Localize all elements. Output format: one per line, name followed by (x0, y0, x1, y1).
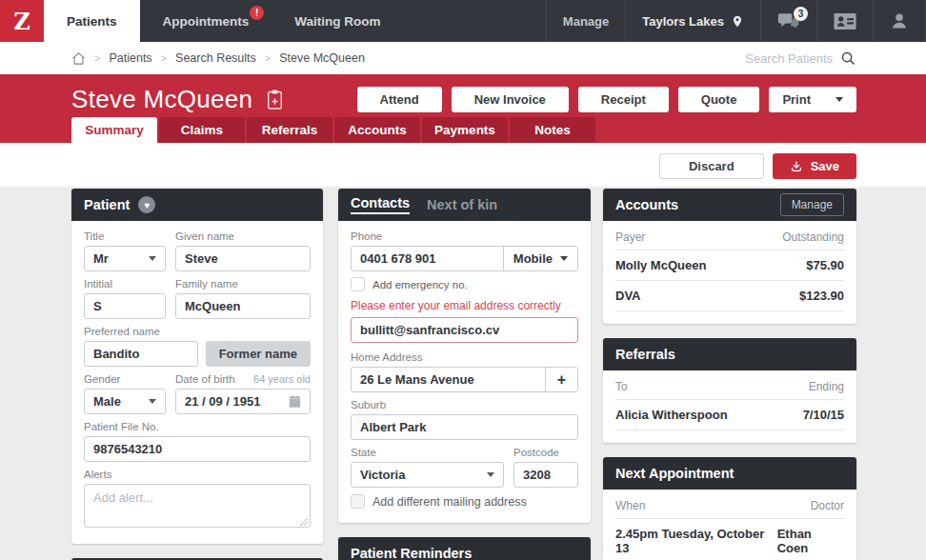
download-icon (790, 160, 803, 173)
breadcrumb-separator: > (94, 52, 100, 64)
caret-down-icon (835, 97, 843, 102)
preferred-name-field[interactable] (84, 341, 198, 367)
appointment-row[interactable]: 2.45pm Tuesday, October 13 Ethan Coen (615, 519, 844, 560)
profile-button[interactable] (873, 0, 926, 42)
gender-select[interactable]: Male (84, 389, 166, 414)
column-left: Patient ♥ Title Mr Given name (71, 189, 323, 560)
mailing-checkbox[interactable] (351, 494, 365, 509)
breadcrumb-patients[interactable]: Patients (109, 51, 151, 65)
email-field[interactable] (351, 317, 578, 343)
caret-down-icon (149, 256, 156, 261)
tab-contacts[interactable]: Contacts (351, 195, 410, 214)
caret-down-icon (487, 472, 494, 477)
home-address-field[interactable] (352, 368, 545, 391)
add-address-button[interactable]: + (545, 368, 577, 391)
next-appointment-card-header: Next Appointment (603, 457, 856, 490)
manage-menu[interactable]: Manage (546, 0, 625, 42)
title-label: Title (84, 230, 166, 242)
outstanding-column-label: Outstanding (782, 230, 844, 244)
breadcrumb-search-results[interactable]: Search Results (175, 51, 256, 65)
nav-tab-waiting-room[interactable]: Waiting Room (272, 0, 403, 42)
given-name-field[interactable] (175, 246, 311, 271)
discard-button[interactable]: Discard (659, 153, 764, 179)
tab-accounts[interactable]: Accounts (334, 117, 420, 143)
patient-reminders-card-header: Patient Reminders (338, 537, 591, 560)
contacts-card: Contacts Next of kin Phone Mobile (338, 189, 591, 523)
accounts-manage-button[interactable]: Manage (780, 193, 844, 216)
patient-tabs: Summary Claims Referrals Accounts Paymen… (71, 117, 595, 143)
referral-to: Alicia Witherspoon (615, 408, 728, 422)
resize-grip-icon[interactable] (300, 518, 308, 526)
state-label: State (351, 447, 504, 458)
messages-button[interactable]: 3 (760, 0, 816, 42)
patient-action-buttons: Attend New Invoice Receipt Quote Print (357, 87, 856, 112)
tab-referrals[interactable]: Referrals (247, 117, 332, 143)
former-name-button[interactable]: Former name (206, 341, 311, 367)
search-icon[interactable] (840, 50, 856, 67)
receipt-button[interactable]: Receipt (578, 87, 669, 112)
breadcrumb: > Patients > Search Results > Steve McQu… (71, 51, 365, 66)
location-selector[interactable]: Taylors Lakes (625, 0, 760, 42)
calendar-icon[interactable] (288, 394, 302, 409)
tab-next-of-kin[interactable]: Next of kin (427, 197, 497, 212)
tab-summary[interactable]: Summary (71, 117, 157, 143)
initial-field[interactable] (84, 293, 166, 319)
attend-button[interactable]: Attend (357, 87, 442, 112)
nav-tab-appointments[interactable]: Appointments ! (140, 0, 272, 42)
nav-tab-patients[interactable]: Patients (44, 0, 140, 42)
account-row[interactable]: Molly McQueen $75.90 (615, 250, 844, 281)
emergency-checkbox-row[interactable]: Add emergency no. (351, 277, 578, 291)
home-icon[interactable] (71, 51, 86, 66)
home-address-label: Home Address (351, 351, 578, 363)
state-select[interactable]: Victoria (351, 462, 504, 488)
column-right: Accounts Manage Payer Outstanding Molly … (603, 189, 856, 560)
email-error-message: Please enter your email address correctl… (351, 299, 578, 312)
account-row[interactable]: DVA $123.90 (615, 281, 844, 311)
when-column-label: When (615, 499, 645, 512)
payer-column-label: Payer (615, 230, 645, 244)
family-name-label: Family name (175, 278, 311, 290)
tab-notes[interactable]: Notes (510, 117, 595, 143)
phone-type-select[interactable]: Mobile (503, 247, 577, 270)
person-icon (890, 11, 909, 30)
nav-tab-waiting-room-label: Waiting Room (294, 14, 380, 29)
payer-name: DVA (615, 289, 640, 303)
address-book-button[interactable] (816, 0, 873, 42)
accounts-card-header: Accounts Manage (603, 189, 856, 221)
new-invoice-button[interactable]: New Invoice (452, 87, 569, 112)
search-placeholder: Search Patients (745, 51, 833, 66)
referral-ending: 7/10/15 (803, 408, 844, 422)
title-select[interactable]: Mr (84, 246, 166, 271)
contacts-card-body: Phone Mobile Add emergency no. Please en… (338, 221, 591, 523)
appointment-table-header: When Doctor (615, 499, 844, 519)
accounts-card-title: Accounts (615, 197, 678, 212)
mailing-checkbox-row[interactable]: Add different mailing address (351, 494, 578, 509)
emergency-checkbox[interactable] (351, 277, 365, 291)
location-label: Taylors Lakes (642, 14, 724, 29)
referral-row[interactable]: Alicia Witherspoon 7/10/15 (615, 400, 844, 430)
print-dropdown-button[interactable]: Print (769, 87, 856, 112)
initial-label: Intitial (84, 278, 166, 290)
patient-search[interactable]: Search Patients (745, 50, 856, 67)
clipboard-plus-icon[interactable] (266, 89, 284, 110)
patient-card: Patient ♥ Title Mr Given name (71, 189, 323, 544)
phone-field[interactable] (352, 247, 503, 270)
save-button[interactable]: Save (773, 153, 856, 179)
breadcrumb-separator: > (161, 52, 167, 64)
preferred-name-label: Preferred name (84, 326, 311, 337)
breadcrumb-current-patient: Steve McQueen (279, 51, 365, 65)
dob-field[interactable]: 21 / 09 / 1951 (175, 389, 311, 414)
suburb-field[interactable] (351, 414, 578, 440)
messages-count-badge: 3 (794, 7, 808, 21)
alerts-textarea[interactable] (84, 484, 311, 528)
file-no-field[interactable] (84, 436, 311, 462)
family-name-field[interactable] (175, 293, 311, 319)
app-logo[interactable]: Z (0, 0, 44, 42)
age-note: 64 years old (253, 373, 311, 385)
referrals-card-header: Referrals (603, 338, 856, 370)
tab-payments[interactable]: Payments (422, 117, 508, 143)
postcode-field[interactable] (513, 462, 578, 488)
tab-claims[interactable]: Claims (159, 117, 245, 143)
quote-button[interactable]: Quote (678, 87, 760, 112)
given-name-label: Given name (175, 230, 311, 242)
